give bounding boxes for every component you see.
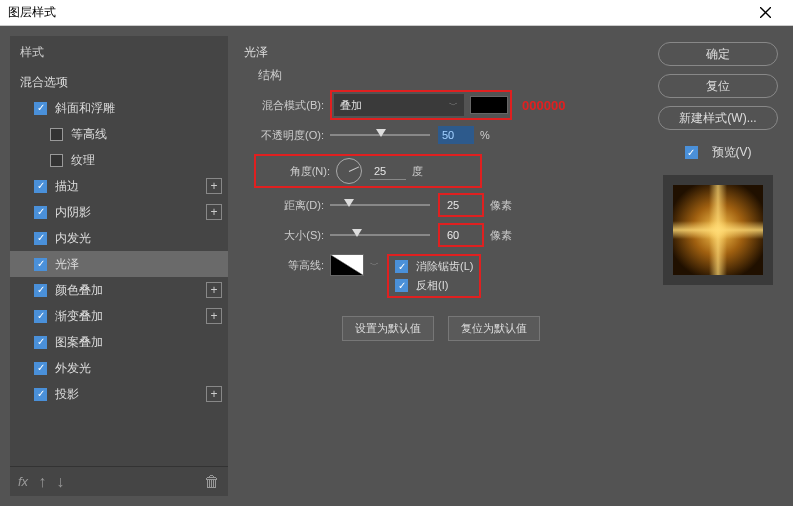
style-item-0[interactable]: 斜面和浮雕 xyxy=(10,95,228,121)
angle-unit: 度 xyxy=(412,164,423,179)
blend-mode-dropdown[interactable]: 叠加 ﹀ xyxy=(334,94,464,116)
blending-options[interactable]: 混合选项 xyxy=(10,69,228,95)
new-style-button[interactable]: 新建样式(W)... xyxy=(658,106,778,130)
size-slider[interactable] xyxy=(330,234,430,236)
style-checkbox[interactable] xyxy=(50,128,63,141)
size-unit: 像素 xyxy=(490,228,512,243)
section-subtitle: 结构 xyxy=(238,67,643,84)
style-checkbox[interactable] xyxy=(34,362,47,375)
fx-icon[interactable]: fx xyxy=(18,474,28,489)
style-item-3[interactable]: 描边+ xyxy=(10,173,228,199)
color-swatch[interactable] xyxy=(470,96,508,114)
style-item-9[interactable]: 图案叠加 xyxy=(10,329,228,355)
antialias-label: 消除锯齿(L) xyxy=(416,259,473,274)
preview-thumbnail xyxy=(663,175,773,285)
add-effect-button[interactable]: + xyxy=(206,386,222,402)
add-effect-button[interactable]: + xyxy=(206,204,222,220)
styles-footer: fx ↑ ↓ 🗑 xyxy=(10,466,228,496)
style-checkbox[interactable] xyxy=(34,284,47,297)
chevron-down-icon: ﹀ xyxy=(449,99,458,112)
size-value[interactable]: 60 xyxy=(443,226,479,244)
distance-label: 距离(D): xyxy=(238,198,324,213)
styles-header: 样式 xyxy=(10,36,228,69)
preview-label: 预览(V) xyxy=(712,144,752,161)
style-item-1[interactable]: 等高线 xyxy=(10,121,228,147)
distance-unit: 像素 xyxy=(490,198,512,213)
distance-slider[interactable] xyxy=(330,204,430,206)
style-item-label: 渐变叠加 xyxy=(55,308,103,325)
trash-icon[interactable]: 🗑 xyxy=(204,473,220,491)
contour-picker[interactable] xyxy=(330,254,364,276)
settings-panel: 光泽 结构 混合模式(B): 叠加 ﹀ 000000 不透明度(O): 50 %… xyxy=(238,36,643,496)
style-item-label: 内发光 xyxy=(55,230,91,247)
style-checkbox[interactable] xyxy=(50,154,63,167)
add-effect-button[interactable]: + xyxy=(206,308,222,324)
set-default-button[interactable]: 设置为默认值 xyxy=(342,316,434,341)
right-panel: 确定 复位 新建样式(W)... 预览(V) xyxy=(653,36,783,496)
styles-panel: 样式 混合选项斜面和浮雕等高线纹理描边+内阴影+内发光光泽颜色叠加+渐变叠加+图… xyxy=(10,36,228,496)
style-checkbox[interactable] xyxy=(34,388,47,401)
style-item-label: 光泽 xyxy=(55,256,79,273)
style-item-6[interactable]: 光泽 xyxy=(10,251,228,277)
close-button[interactable] xyxy=(745,0,785,26)
style-checkbox[interactable] xyxy=(34,310,47,323)
style-item-8[interactable]: 渐变叠加+ xyxy=(10,303,228,329)
style-item-2[interactable]: 纹理 xyxy=(10,147,228,173)
reset-default-button[interactable]: 复位为默认值 xyxy=(448,316,540,341)
opacity-value[interactable]: 50 xyxy=(438,126,474,144)
style-item-label: 等高线 xyxy=(71,126,107,143)
cancel-button[interactable]: 复位 xyxy=(658,74,778,98)
invert-checkbox[interactable] xyxy=(395,279,408,292)
style-checkbox[interactable] xyxy=(34,336,47,349)
angle-dial[interactable] xyxy=(336,158,362,184)
style-item-label: 纹理 xyxy=(71,152,95,169)
blend-mode-label: 混合模式(B): xyxy=(238,98,324,113)
annotation-hex: 000000 xyxy=(522,98,565,113)
style-checkbox[interactable] xyxy=(34,206,47,219)
style-item-label: 颜色叠加 xyxy=(55,282,103,299)
style-item-4[interactable]: 内阴影+ xyxy=(10,199,228,225)
distance-value[interactable]: 25 xyxy=(443,196,479,214)
opacity-unit: % xyxy=(480,129,490,141)
style-item-label: 描边 xyxy=(55,178,79,195)
size-label: 大小(S): xyxy=(238,228,324,243)
opacity-slider[interactable] xyxy=(330,134,430,136)
style-checkbox[interactable] xyxy=(34,180,47,193)
add-effect-button[interactable]: + xyxy=(206,178,222,194)
style-item-10[interactable]: 外发光 xyxy=(10,355,228,381)
chevron-down-icon[interactable]: ﹀ xyxy=(370,259,379,272)
style-checkbox[interactable] xyxy=(34,258,47,271)
ok-button[interactable]: 确定 xyxy=(658,42,778,66)
style-item-label: 投影 xyxy=(55,386,79,403)
style-item-label: 斜面和浮雕 xyxy=(55,100,115,117)
style-checkbox[interactable] xyxy=(34,232,47,245)
style-item-7[interactable]: 颜色叠加+ xyxy=(10,277,228,303)
style-item-5[interactable]: 内发光 xyxy=(10,225,228,251)
style-item-label: 内阴影 xyxy=(55,204,91,221)
arrow-down-icon[interactable]: ↓ xyxy=(56,473,64,491)
add-effect-button[interactable]: + xyxy=(206,282,222,298)
antialias-checkbox[interactable] xyxy=(395,260,408,273)
window-title: 图层样式 xyxy=(8,4,56,21)
section-title: 光泽 xyxy=(238,44,643,61)
opacity-label: 不透明度(O): xyxy=(238,128,324,143)
angle-value[interactable]: 25 xyxy=(370,162,406,180)
style-item-11[interactable]: 投影+ xyxy=(10,381,228,407)
invert-label: 反相(I) xyxy=(416,278,448,293)
style-checkbox[interactable] xyxy=(34,102,47,115)
contour-label: 等高线: xyxy=(238,258,324,273)
style-item-label: 图案叠加 xyxy=(55,334,103,351)
arrow-up-icon[interactable]: ↑ xyxy=(38,473,46,491)
style-item-label: 外发光 xyxy=(55,360,91,377)
angle-label: 角度(N): xyxy=(260,164,330,179)
preview-checkbox[interactable] xyxy=(685,146,698,159)
